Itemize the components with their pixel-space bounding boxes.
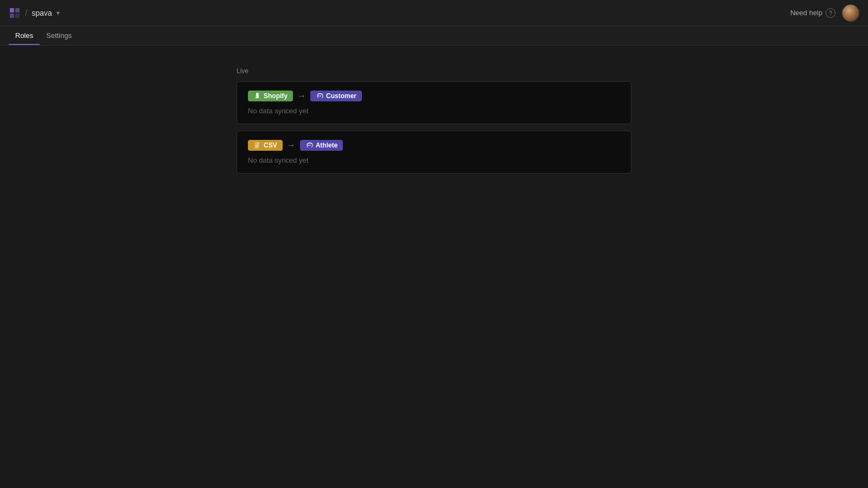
athlete-destination-badge: Athlete <box>300 140 343 151</box>
shopify-source-badge: Shopify <box>248 91 293 101</box>
athlete-label: Athlete <box>316 142 338 149</box>
header-right: Need help ? <box>790 4 859 22</box>
arrow-right-icon-2: → <box>287 140 296 150</box>
tab-roles[interactable]: Roles <box>9 27 40 45</box>
csv-source-badge: CSV <box>248 140 283 151</box>
sync-card-header-2: CSV → Athlete <box>248 140 620 151</box>
app-logo[interactable] <box>9 7 21 19</box>
svg-point-4 <box>318 95 320 97</box>
no-data-text-2: No data synced yet <box>248 156 620 164</box>
svg-rect-2 <box>10 14 14 18</box>
customer-destination-badge: Customer <box>310 91 362 101</box>
csv-file-icon <box>253 142 261 149</box>
sync-card-shopify-customer[interactable]: Shopify → Customer No data synced yet <box>237 81 631 124</box>
breadcrumb-separator: / <box>25 8 27 18</box>
logo-icon <box>9 7 21 19</box>
main-content: Live Shopify → <box>0 46 868 202</box>
app-header: / spava ▾ Need help ? <box>0 0 868 26</box>
svg-point-5 <box>320 95 321 97</box>
arrow-right-icon: → <box>297 91 306 101</box>
customer-label: Customer <box>326 92 356 100</box>
header-left: / spava ▾ <box>9 7 60 19</box>
project-dropdown-icon[interactable]: ▾ <box>56 9 60 17</box>
discord-icon-customer <box>316 92 323 100</box>
need-help-button[interactable]: Need help ? <box>790 8 835 18</box>
csv-label: CSV <box>264 142 277 149</box>
svg-rect-0 <box>10 8 14 12</box>
need-help-label: Need help <box>790 9 822 17</box>
svg-point-11 <box>309 145 310 146</box>
svg-rect-3 <box>15 14 20 18</box>
shopify-label: Shopify <box>264 92 288 100</box>
project-name: spava <box>31 9 52 17</box>
discord-icon-athlete <box>305 142 313 149</box>
sync-card-csv-athlete[interactable]: CSV → Athlete No data synced yet <box>237 131 631 174</box>
svg-rect-1 <box>15 8 20 12</box>
help-circle-icon: ? <box>826 8 835 18</box>
tab-settings[interactable]: Settings <box>40 27 78 45</box>
user-avatar[interactable] <box>842 4 859 22</box>
svg-point-10 <box>308 145 309 146</box>
section-label: Live <box>237 67 631 75</box>
no-data-text-1: No data synced yet <box>248 107 620 115</box>
shopify-icon <box>253 92 261 100</box>
nav-tabs: Roles Settings <box>0 26 868 46</box>
avatar-image <box>843 5 859 21</box>
sync-card-header: Shopify → Customer <box>248 91 620 101</box>
